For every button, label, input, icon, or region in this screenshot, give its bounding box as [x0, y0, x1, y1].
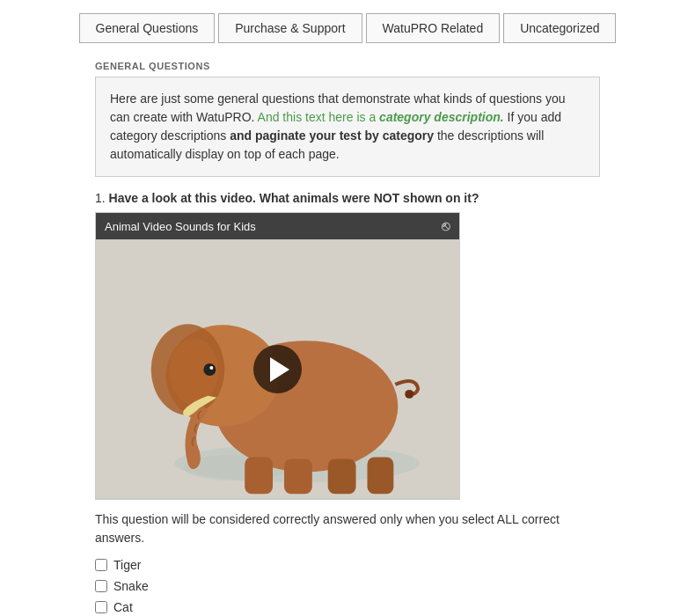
section-label: GENERAL QUESTIONS — [0, 52, 695, 77]
video-thumbnail[interactable] — [96, 239, 459, 499]
option-snake: Snake — [95, 579, 600, 593]
option-tiger: Tiger — [95, 558, 600, 572]
tabs-container: General Questions Purchase & Support Wat… — [0, 0, 695, 52]
question-number: 1. — [95, 191, 106, 205]
play-triangle-icon — [270, 357, 289, 382]
option-snake-label: Snake — [113, 579, 149, 593]
svg-point-13 — [209, 366, 213, 370]
svg-point-11 — [405, 390, 413, 399]
cat-desc-bold-italic: category description. — [379, 110, 504, 124]
checkbox-tiger[interactable] — [95, 559, 107, 571]
svg-rect-8 — [284, 459, 312, 495]
video-title: Animal Video Sounds for Kids — [105, 220, 256, 233]
checkbox-snake[interactable] — [95, 580, 107, 592]
svg-rect-7 — [245, 458, 273, 495]
share-icon[interactable]: ⎋ — [442, 218, 450, 234]
answer-note: This question will be considered correct… — [95, 510, 600, 547]
checkbox-cat[interactable] — [95, 601, 107, 613]
cat-desc-green-text: And this text here is a category descrip… — [258, 110, 504, 124]
tab-general[interactable]: General Questions — [79, 13, 216, 43]
question-text: Have a look at this video. What animals … — [109, 191, 479, 205]
option-tiger-label: Tiger — [113, 558, 141, 572]
option-cat-label: Cat — [113, 600, 133, 614]
question-number-row: 1. Have a look at this video. What anima… — [95, 191, 600, 205]
question-area: 1. Have a look at this video. What anima… — [0, 191, 695, 614]
category-description-box: Here are just some general questions tha… — [95, 77, 600, 177]
option-cat: Cat — [95, 600, 600, 614]
video-titlebar: Animal Video Sounds for Kids ⎋ — [96, 213, 459, 239]
cat-desc-bold: and paginate your test by category — [230, 128, 434, 143]
video-container: Animal Video Sounds for Kids ⎋ — [95, 212, 460, 500]
svg-rect-9 — [328, 459, 356, 495]
svg-rect-10 — [368, 458, 394, 495]
tab-watupro[interactable]: WatuPRO Related — [366, 13, 501, 43]
play-button[interactable] — [253, 345, 302, 393]
svg-point-12 — [203, 363, 216, 376]
tab-uncategorized[interactable]: Uncategorized — [503, 13, 616, 43]
tab-purchase[interactable]: Purchase & Support — [218, 13, 362, 43]
